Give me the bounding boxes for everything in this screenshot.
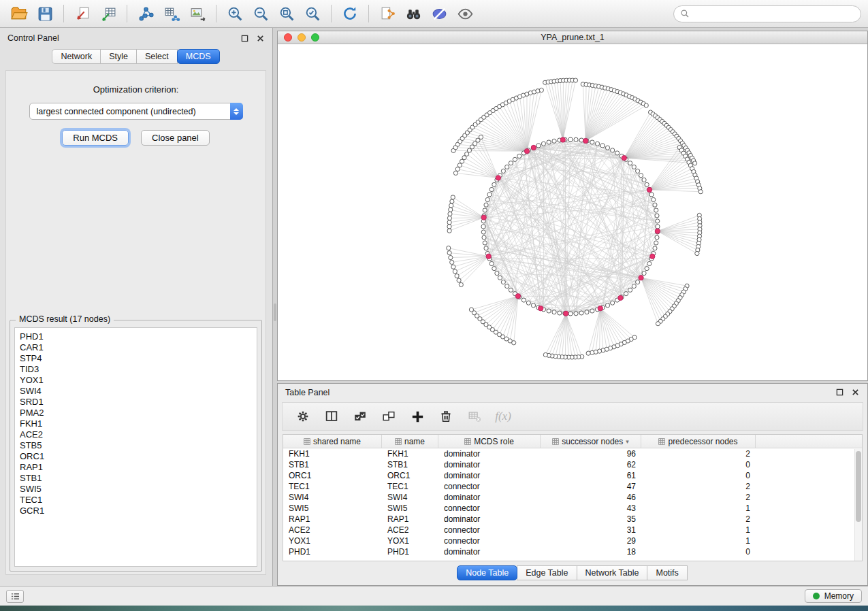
network-node[interactable] (653, 203, 657, 207)
network-node[interactable] (574, 312, 578, 316)
column-header-predecessor-nodes[interactable]: predecessor nodes (641, 435, 756, 448)
mcds-result-item[interactable]: PMA2 (20, 408, 252, 418)
mcds-result-item[interactable]: TID3 (20, 364, 252, 375)
zoom-fit-button[interactable] (274, 3, 299, 24)
network-node[interactable] (447, 251, 451, 255)
table-row[interactable]: STB1STB1dominator620 (283, 459, 862, 470)
network-node[interactable] (649, 193, 654, 197)
network-node[interactable] (636, 169, 640, 173)
dominator-node[interactable] (647, 187, 652, 192)
network-node[interactable] (558, 311, 562, 315)
network-node[interactable] (653, 246, 657, 250)
network-node[interactable] (552, 310, 556, 314)
network-node[interactable] (460, 159, 464, 163)
network-node[interactable] (521, 298, 526, 302)
network-node[interactable] (595, 142, 599, 146)
export-image-button[interactable] (185, 3, 210, 24)
add-column-button[interactable] (408, 407, 427, 426)
splitter-handle[interactable] (274, 303, 276, 321)
network-node[interactable] (447, 216, 451, 220)
float-table-panel-button[interactable] (835, 388, 844, 397)
table-tab-node-table[interactable]: Node Table (457, 565, 517, 580)
select-all-button[interactable] (351, 407, 370, 426)
network-node[interactable] (693, 161, 697, 165)
network-node[interactable] (654, 241, 658, 245)
network-node[interactable] (489, 187, 494, 191)
hide-graphics-details-button[interactable] (427, 3, 451, 24)
column-header-successor-nodes[interactable]: successor nodes▾ (541, 435, 641, 448)
delete-column-button[interactable] (436, 407, 455, 426)
search-input[interactable] (694, 9, 854, 18)
network-canvas[interactable] (278, 44, 867, 380)
mcds-result-item[interactable]: SWI4 (20, 386, 252, 397)
network-node[interactable] (485, 197, 489, 201)
mcds-result-item[interactable]: FKH1 (20, 418, 252, 429)
mcds-result-item[interactable]: STB1 (20, 473, 252, 484)
network-node[interactable] (586, 351, 590, 355)
save-button[interactable] (33, 3, 57, 24)
network-node[interactable] (487, 193, 492, 197)
table-row[interactable]: SWI4SWI4dominator462 (283, 492, 862, 503)
memory-button[interactable]: Memory (805, 589, 862, 603)
table-row[interactable]: SWI5SWI5connector431 (283, 503, 862, 514)
network-node[interactable] (547, 309, 551, 313)
deselect-all-button[interactable] (379, 407, 398, 426)
dominator-node[interactable] (655, 229, 660, 233)
close-panel-button[interactable] (256, 34, 265, 43)
network-node[interactable] (647, 261, 652, 265)
network-node[interactable] (492, 182, 496, 186)
new-network-from-table-button[interactable] (159, 3, 184, 24)
network-node[interactable] (632, 284, 636, 288)
table-row[interactable]: YOX1YOX1connector291 (283, 535, 862, 546)
network-node[interactable] (451, 265, 455, 269)
mcds-result-list[interactable]: PHD1CAR1STP4TID3YOX1SWI4SRD1PMA2FKH1ACE2… (14, 327, 257, 567)
network-node[interactable] (479, 135, 483, 139)
dominator-node[interactable] (639, 276, 643, 280)
dominator-node[interactable] (650, 254, 655, 259)
dominator-node[interactable] (496, 176, 500, 180)
dominator-node[interactable] (583, 138, 588, 143)
mcds-result-item[interactable]: ORC1 (20, 451, 252, 462)
dominator-node[interactable] (539, 306, 543, 311)
network-node[interactable] (628, 161, 632, 165)
table-scrollbar[interactable] (854, 449, 862, 561)
table-settings-button[interactable] (293, 407, 312, 426)
dominator-node[interactable] (531, 145, 536, 150)
network-node[interactable] (579, 138, 583, 142)
import-network-from-file-button[interactable] (70, 3, 95, 24)
zoom-out-button[interactable] (248, 3, 273, 24)
import-table-from-file-button[interactable] (96, 3, 120, 24)
network-node[interactable] (448, 212, 452, 216)
network-node[interactable] (455, 167, 460, 171)
minimize-window-button[interactable] (298, 33, 306, 42)
dominator-node[interactable] (515, 294, 520, 299)
network-node[interactable] (645, 267, 649, 271)
network-node[interactable] (698, 190, 703, 194)
network-node[interactable] (639, 174, 643, 178)
network-node[interactable] (451, 195, 455, 199)
network-node[interactable] (656, 225, 660, 229)
zoom-selected-button[interactable] (300, 3, 325, 24)
float-panel-button[interactable] (240, 34, 249, 43)
column-header-mcds-role[interactable]: MCDS role (438, 435, 541, 448)
network-node[interactable] (501, 169, 505, 173)
network-node[interactable] (481, 225, 485, 229)
network-node[interactable] (484, 203, 488, 207)
dominator-node[interactable] (564, 311, 568, 316)
network-node[interactable] (568, 312, 573, 316)
network-node[interactable] (526, 301, 530, 305)
network-node[interactable] (450, 199, 454, 203)
network-node[interactable] (539, 88, 543, 92)
network-node[interactable] (574, 137, 578, 142)
network-node[interactable] (531, 303, 535, 308)
table-row[interactable]: FKH1FKH1dominator962 (283, 448, 862, 459)
network-node[interactable] (611, 148, 615, 152)
column-header-shared-name[interactable]: shared name (283, 435, 382, 448)
network-node[interactable] (505, 284, 509, 288)
new-network-button[interactable] (133, 3, 158, 24)
table-row[interactable]: ORC1ORC1dominator610 (283, 470, 862, 481)
network-node[interactable] (492, 267, 496, 271)
zoom-in-button[interactable] (223, 3, 247, 24)
column-header-name[interactable]: name (382, 435, 438, 448)
network-node[interactable] (513, 157, 517, 161)
